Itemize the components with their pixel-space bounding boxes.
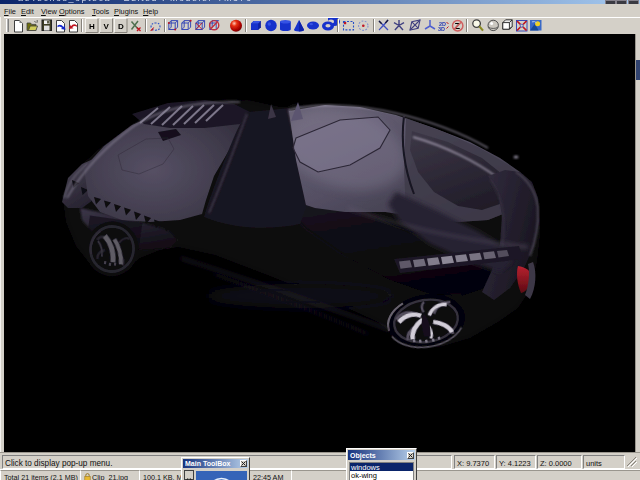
svg-text:H: H xyxy=(89,22,95,31)
svg-text:3D: 3D xyxy=(438,26,445,32)
svg-text:D: D xyxy=(118,22,124,31)
svg-text:V: V xyxy=(104,22,110,31)
